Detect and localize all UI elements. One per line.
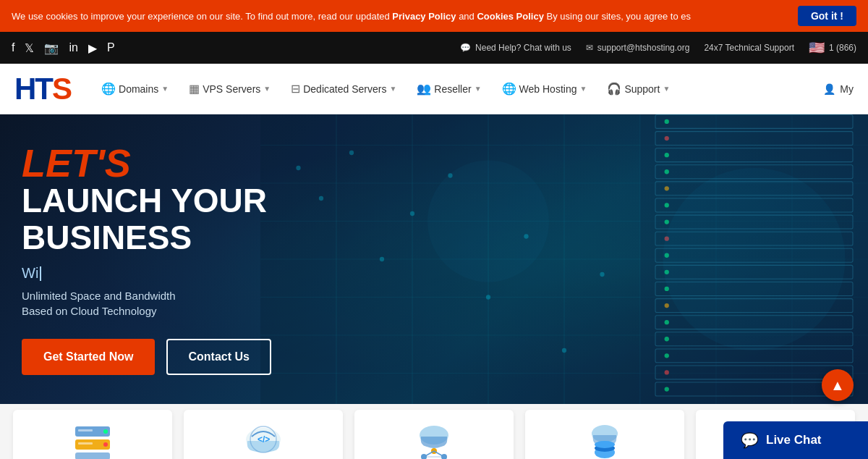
dedicated-icon: ⊟ <box>291 82 300 96</box>
cookies-policy-link[interactable]: Cookies Policy <box>477 11 543 22</box>
svg-point-57 <box>448 173 452 177</box>
dedicated-arrow-icon: ▼ <box>389 85 396 93</box>
instagram-icon[interactable]: 📷 <box>44 41 59 55</box>
reseller-arrow-icon: ▼ <box>475 85 482 93</box>
cloud-code-icon: </> <box>240 419 286 459</box>
live-chat-label: Live Chat <box>766 433 822 447</box>
get-started-button[interactable]: Get Started Now <box>22 339 155 375</box>
topbar-right: 💬 Need Help? Chat with us ✉ support@htsh… <box>460 40 856 56</box>
svg-point-49 <box>665 387 669 391</box>
my-account-button[interactable]: 👤 My <box>823 83 854 95</box>
hero-launch-text: LAUNCH YOUR BUSINESS <box>22 182 398 256</box>
navbar: HTS 🌐 Domains ▼ ▦ VPS Servers ▼ ⊟ Dedica… <box>0 64 868 114</box>
card-1-icon <box>13 410 172 459</box>
reseller-icon: 👥 <box>417 82 431 96</box>
cloud-database-icon <box>582 419 628 459</box>
hero-content: LET'S LAUNCH YOUR BUSINESS Wi Unlimited … <box>0 114 420 403</box>
youtube-icon[interactable]: ▶ <box>88 41 97 55</box>
domains-arrow-icon: ▼ <box>161 85 169 93</box>
svg-rect-68 <box>78 442 93 445</box>
svg-point-61 <box>600 272 604 277</box>
card-3-icon <box>354 410 514 459</box>
svg-point-44 <box>665 303 669 308</box>
whatsapp-icon: 💬 <box>460 43 471 53</box>
logo[interactable]: HTS <box>14 74 71 104</box>
card-2[interactable]: </> <box>184 410 343 459</box>
live-chat-button[interactable]: 💬 Live Chat <box>723 421 868 459</box>
scroll-up-icon: ▲ <box>830 377 845 394</box>
svg-point-35 <box>665 153 669 157</box>
nav-vps-servers[interactable]: ▦ VPS Servers ▼ <box>180 76 279 101</box>
svg-point-34 <box>665 136 669 140</box>
flag-icon: 🇺🇸 <box>809 40 825 56</box>
pinterest-icon[interactable]: P <box>107 41 115 54</box>
got-it-button[interactable]: Got it ! <box>798 6 856 26</box>
hero-lets-text: LET'S <box>22 143 398 182</box>
card-4-icon <box>525 410 684 459</box>
svg-point-65 <box>103 429 108 434</box>
svg-point-39 <box>665 219 669 224</box>
card-3[interactable] <box>354 410 514 459</box>
linkedin-icon[interactable]: in <box>69 41 77 54</box>
support-icon: 🎧 <box>607 82 621 96</box>
cookie-banner: We use cookies to improve your experienc… <box>0 0 868 32</box>
support-label: 24x7 Technical Support <box>704 43 794 53</box>
chat-help[interactable]: 💬 Need Help? Chat with us <box>460 43 571 53</box>
svg-rect-67 <box>78 429 93 431</box>
nav-right: 👤 My <box>823 83 854 95</box>
svg-rect-64 <box>75 452 110 459</box>
svg-point-36 <box>665 169 669 174</box>
nav-domains[interactable]: 🌐 Domains ▼ <box>93 76 177 101</box>
svg-point-38 <box>665 203 669 207</box>
typing-cursor <box>40 266 41 281</box>
twitter-icon[interactable]: 𝕏 <box>25 41 34 55</box>
live-chat-icon: 💬 <box>741 431 759 449</box>
svg-line-76 <box>424 451 434 457</box>
hero-buttons: Get Started Now Contact Us <box>22 339 398 375</box>
svg-point-58 <box>486 295 490 299</box>
svg-point-48 <box>665 370 669 374</box>
nav-reseller[interactable]: 👥 Reseller ▼ <box>408 76 490 101</box>
nav-support[interactable]: 🎧 Support ▼ <box>598 76 678 101</box>
vps-icon: ▦ <box>189 82 200 96</box>
facebook-icon[interactable]: f <box>12 41 14 54</box>
email-support[interactable]: ✉ support@htshosting.org <box>586 43 690 53</box>
svg-point-33 <box>665 119 669 124</box>
nav-web-hosting[interactable]: 🌐 Web Hosting ▼ <box>493 76 596 101</box>
svg-point-47 <box>665 353 669 358</box>
svg-line-77 <box>434 451 444 457</box>
nav-menu: 🌐 Domains ▼ ▦ VPS Servers ▼ ⊟ Dedicated … <box>93 76 823 101</box>
svg-point-66 <box>103 442 108 447</box>
svg-point-82 <box>595 441 615 448</box>
phone-number[interactable]: 🇺🇸 1 (866) <box>809 40 856 56</box>
svg-point-37 <box>665 186 669 190</box>
social-links: f 𝕏 📷 in ▶ P <box>12 41 115 55</box>
svg-point-50 <box>427 161 549 282</box>
svg-point-46 <box>665 337 669 341</box>
privacy-policy-link[interactable]: Privacy Policy <box>392 11 456 22</box>
domains-icon: 🌐 <box>101 82 116 96</box>
vps-arrow-icon: ▼ <box>263 85 271 93</box>
server-stack-icon <box>69 419 116 459</box>
contact-us-button[interactable]: Contact Us <box>166 339 271 375</box>
support-arrow-icon: ▼ <box>663 85 670 93</box>
svg-point-60 <box>562 348 566 353</box>
hosting-arrow-icon: ▼ <box>579 85 587 93</box>
scroll-up-button[interactable]: ▲ <box>822 369 854 401</box>
card-1[interactable] <box>13 410 172 459</box>
email-icon: ✉ <box>586 43 593 53</box>
network-cloud-icon <box>411 419 457 459</box>
card-4[interactable] <box>525 410 684 459</box>
hosting-icon: 🌐 <box>502 82 516 96</box>
svg-point-45 <box>665 320 669 324</box>
hero-sub2: Based on Cloud Technology <box>22 305 398 317</box>
account-icon: 👤 <box>823 83 835 95</box>
hero-sub1: Unlimited Space and Bandwidth <box>22 290 398 302</box>
svg-point-59 <box>524 234 528 238</box>
nav-dedicated-servers[interactable]: ⊟ Dedicated Servers ▼ <box>282 76 405 101</box>
cookie-text: We use cookies to improve your experienc… <box>12 11 789 22</box>
hero-typing-text: Wi <box>22 264 398 284</box>
hero-section: LET'S LAUNCH YOUR BUSINESS Wi Unlimited … <box>0 114 868 404</box>
svg-point-51 <box>663 168 846 350</box>
topbar: f 𝕏 📷 in ▶ P 💬 Need Help? Chat with us ✉… <box>0 32 868 64</box>
